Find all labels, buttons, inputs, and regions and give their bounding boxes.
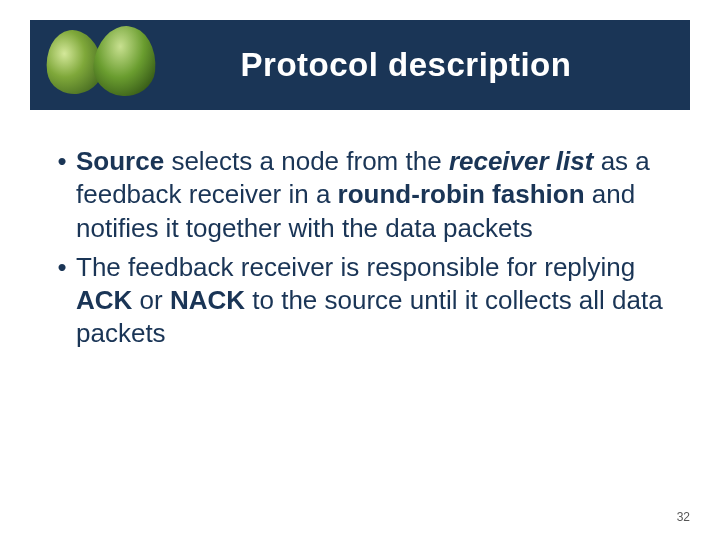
bullet-item: • Source selects a node from the receive… [48,145,672,245]
page-number: 32 [677,510,690,524]
bullet-item: • The feedback receiver is responsible f… [48,251,672,351]
bullet-marker: • [48,251,76,351]
bullet-text: Source selects a node from the receiver … [76,145,672,245]
slide-header: Protocol description [30,20,690,110]
slide-title: Protocol description [162,46,690,84]
slide-body: • Source selects a node from the receive… [48,145,672,357]
logo-icon [42,20,162,110]
bullet-marker: • [48,145,76,245]
bullet-text: The feedback receiver is responsible for… [76,251,672,351]
